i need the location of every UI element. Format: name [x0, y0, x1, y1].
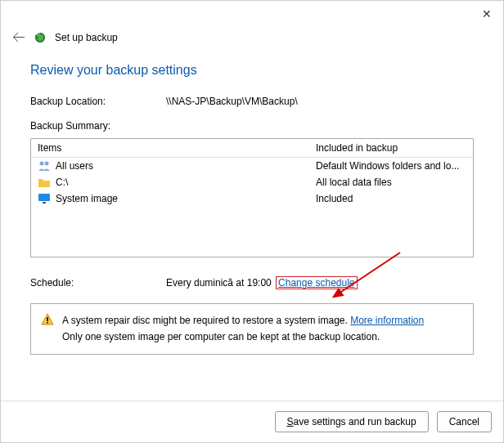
window-title: Set up backup: [55, 32, 118, 43]
svg-point-2: [45, 162, 49, 166]
warning-icon: [41, 313, 54, 326]
svg-rect-4: [43, 202, 46, 204]
more-info-link[interactable]: More information: [350, 315, 424, 326]
svg-rect-3: [38, 194, 50, 201]
svg-rect-5: [47, 317, 48, 321]
row-item: System image: [56, 193, 118, 204]
info-line1: A system repair disc might be required t…: [62, 312, 424, 329]
header-items: Items: [38, 142, 316, 154]
save-run-button[interactable]: Save settings and run backup: [275, 411, 429, 432]
schedule-label: Schedule:: [30, 277, 166, 289]
info-box: A system repair disc might be required t…: [30, 303, 474, 355]
row-item: C:\: [56, 177, 68, 188]
backup-location-value: \\NAS-JP\Backup\VM\Backup\: [166, 96, 298, 107]
page-heading: Review your backup settings: [30, 63, 474, 78]
summary-table: Items Included in backup All users Defau…: [30, 138, 474, 257]
cancel-button[interactable]: Cancel: [437, 411, 492, 432]
users-icon: [38, 159, 51, 172]
svg-point-1: [40, 162, 44, 166]
table-row: System image Included: [31, 190, 473, 207]
backup-summary-label: Backup Summary:: [30, 120, 474, 132]
header-bar: 🡠 Set up backup: [1, 1, 503, 45]
row-included: Included: [316, 193, 353, 204]
schedule-value: Every duminică at 19:00 Change schedule: [166, 277, 358, 289]
row-item: All users: [56, 160, 93, 172]
header-included: Included in backup: [316, 142, 398, 154]
table-row: All users Default Windows folders and lo…: [31, 158, 473, 174]
table-row: C:\ All local data files: [31, 174, 473, 190]
backup-location-label: Backup Location:: [30, 96, 166, 107]
change-schedule-link[interactable]: Change schedule: [276, 276, 357, 289]
footer-bar: Save settings and run backup Cancel: [1, 400, 503, 442]
row-included: Default Windows folders and lo...: [316, 160, 459, 172]
close-icon[interactable]: ✕: [482, 7, 492, 20]
backup-app-icon: [34, 31, 47, 44]
back-arrow-icon[interactable]: 🡠: [12, 30, 25, 45]
row-included: All local data files: [316, 177, 392, 188]
folder-icon: [38, 176, 51, 189]
info-line2: Only one system image per computer can b…: [62, 329, 424, 345]
svg-rect-6: [47, 322, 48, 324]
summary-table-header: Items Included in backup: [31, 139, 473, 158]
monitor-icon: [38, 192, 51, 205]
